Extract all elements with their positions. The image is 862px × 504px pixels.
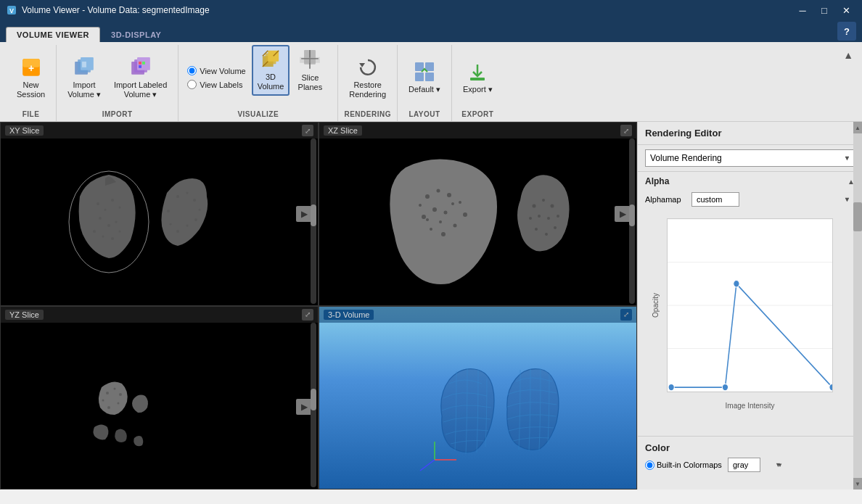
new-session-icon: +: [20, 56, 43, 79]
svg-point-76: [547, 217, 550, 220]
color-section: Color Built-in Colormaps gray hot cool j…: [638, 436, 862, 478]
xy-slice-title: XY Slice: [5, 125, 44, 136]
import-labeled-volume-icon: [129, 56, 152, 79]
view-volume-text: View Volume: [200, 67, 245, 75]
re-scroll-track: [853, 133, 862, 478]
builtin-colormaps-label: Built-in Colormaps: [657, 460, 722, 469]
tab-bar: VOLUME VIEWER 3D-DISPLAY ?: [0, 20, 862, 42]
re-scroll-thumb[interactable]: [853, 202, 862, 231]
svg-point-91: [668, 384, 674, 391]
alpha-chart-svg: [668, 219, 832, 392]
rendering-group-label: RENDERING: [344, 110, 391, 121]
app-icon: V: [6, 4, 17, 16]
xz-scrollbar[interactable]: [629, 139, 635, 304]
opacity-axis-label: Opacity: [652, 293, 660, 318]
ribbon-group-layout: Default ▾ LAYOUT: [398, 45, 452, 121]
svg-point-36: [99, 217, 102, 220]
import-labeled-volume-button[interactable]: Import LabeledVolume ▾: [109, 52, 172, 103]
view-volume-radio-label[interactable]: View Volume: [187, 66, 245, 75]
svg-point-72: [545, 233, 548, 236]
builtin-colormaps-radio-label[interactable]: Built-in Colormaps: [645, 460, 722, 470]
tab-3d-display[interactable]: 3D-DISPLAY: [100, 27, 172, 42]
yz-slice-header: YZ Slice ⤢: [1, 307, 318, 323]
default-layout-button[interactable]: Default ▾: [403, 52, 446, 103]
re-scrollbar[interactable]: ▲ ▼: [853, 122, 862, 489]
svg-point-64: [451, 202, 454, 205]
svg-marker-25: [359, 63, 365, 67]
builtin-colormaps-radio[interactable]: [645, 460, 654, 470]
svg-point-74: [529, 217, 532, 220]
rendering-editor: Rendering Editor Volume Rendering Maximu…: [637, 122, 862, 489]
view-volume-radio[interactable]: [187, 66, 197, 75]
slice-planes-button[interactable]: SlicePlanes: [292, 45, 327, 96]
svg-point-82: [102, 400, 104, 402]
svg-point-52: [425, 194, 430, 199]
restore-rendering-button[interactable]: RestoreRendering: [344, 52, 391, 103]
svg-point-60: [422, 215, 426, 219]
svg-point-77: [106, 392, 109, 394]
svg-point-45: [193, 199, 196, 202]
minimize-button[interactable]: ─: [792, 0, 813, 20]
xz-slice-expand[interactable]: ⤢: [620, 125, 632, 136]
help-button[interactable]: ?: [837, 22, 856, 41]
export-icon: [466, 60, 489, 83]
alphamap-dropdown[interactable]: custom rampup rampdown flat: [691, 192, 739, 207]
ribbon-collapse-button[interactable]: ▲: [840, 48, 856, 62]
svg-point-61: [419, 204, 422, 207]
view-labels-radio-label[interactable]: View Labels: [187, 80, 245, 89]
colormap-dropdown[interactable]: gray hot cool jet hsv parula: [728, 458, 760, 472]
re-scroll-up[interactable]: ▲: [853, 122, 862, 133]
export-label: Export ▾: [463, 85, 493, 94]
maximize-button[interactable]: □: [814, 0, 834, 20]
xz-scroll-right[interactable]: ▶: [615, 206, 631, 222]
yz-slice-expand[interactable]: ⤢: [302, 309, 313, 321]
svg-point-94: [829, 384, 832, 391]
alpha-section-header: Alpha ▲: [638, 172, 862, 189]
visualize-radio-group: View Volume View Labels: [184, 45, 248, 110]
ribbon-group-rendering: RestoreRendering RENDERING: [338, 45, 398, 121]
rendering-editor-title: Rendering Editor: [638, 122, 862, 145]
3d-slice-header: 3-D Volume ⤢: [319, 307, 636, 323]
view-labels-radio[interactable]: [187, 80, 197, 89]
yz-slice-svg: [22, 315, 297, 489]
new-session-label: NewSession: [17, 80, 45, 99]
yz-scrollbar-thumb[interactable]: [311, 389, 316, 410]
svg-point-49: [176, 230, 179, 233]
svg-point-42: [118, 230, 120, 232]
xz-slice-content: ▶: [319, 123, 636, 305]
import-volume-button[interactable]: ImportVolume ▾: [62, 52, 106, 103]
svg-text:+: +: [28, 62, 34, 74]
svg-point-79: [119, 393, 122, 396]
close-button[interactable]: ✕: [836, 0, 856, 20]
import-group-label: IMPORT: [62, 110, 172, 121]
3d-slice-expand[interactable]: ⤢: [620, 309, 632, 321]
svg-rect-24: [300, 57, 321, 63]
svg-point-62: [432, 207, 437, 212]
xz-scrollbar-thumb[interactable]: [629, 205, 635, 226]
ribbon: + NewSession FILE ImportVolume ▾: [0, 42, 862, 122]
xy-scrollbar[interactable]: [311, 139, 316, 304]
svg-point-59: [430, 228, 432, 231]
svg-point-57: [453, 223, 456, 227]
xy-slice-content: ▶: [1, 123, 318, 305]
yz-scroll-right[interactable]: ▶: [296, 399, 312, 415]
alpha-chart[interactable]: [667, 218, 833, 392]
xz-slice-title: XZ Slice: [324, 125, 362, 136]
rendering-type-dropdown[interactable]: Volume Rendering Maximum Intensity Isosu…: [645, 149, 855, 167]
xy-scrollbar-thumb[interactable]: [311, 205, 316, 226]
ribbon-group-import: ImportVolume ▾ Import LabeledVolume ▾ IM…: [57, 45, 178, 121]
tab-volume-viewer[interactable]: VOLUME VIEWER: [6, 27, 100, 42]
3d-volume-button[interactable]: 3DVolume: [252, 45, 290, 96]
svg-rect-30: [470, 78, 485, 80]
yz-slice-title: YZ Slice: [5, 310, 44, 320]
new-session-button[interactable]: + NewSession: [12, 52, 50, 103]
export-button[interactable]: Export ▾: [458, 52, 498, 103]
3d-volume-svg: [340, 315, 616, 489]
xy-slice-expand[interactable]: ⤢: [302, 125, 313, 136]
xy-scroll-right[interactable]: ▶: [296, 206, 312, 222]
yz-scrollbar[interactable]: [311, 323, 316, 488]
color-section-title: Color: [645, 442, 855, 453]
svg-point-37: [107, 224, 110, 227]
layout-group-label: LAYOUT: [403, 110, 446, 121]
re-scroll-down[interactable]: ▼: [853, 478, 862, 489]
